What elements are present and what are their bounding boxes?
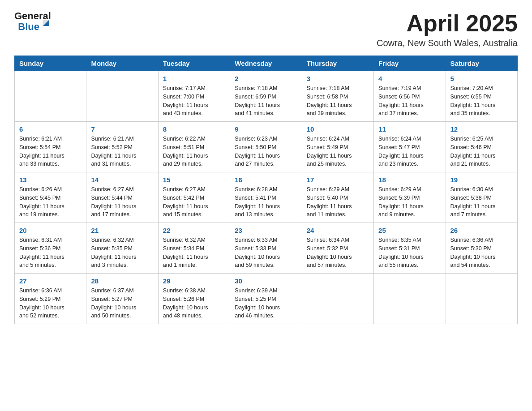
logo: General Blue: [14, 11, 51, 32]
calendar-cell: [86, 71, 158, 122]
day-detail: Sunrise: 7:18 AM Sunset: 6:58 PM Dayligh…: [307, 84, 369, 118]
day-number: 30: [235, 277, 297, 285]
day-number: 21: [91, 227, 153, 234]
week-row-5: 27Sunrise: 6:36 AM Sunset: 5:29 PM Dayli…: [15, 274, 518, 324]
calendar-cell: 15Sunrise: 6:27 AM Sunset: 5:42 PM Dayli…: [158, 172, 230, 223]
header-row: SundayMondayTuesdayWednesdayThursdayFrid…: [15, 56, 518, 71]
day-number: 13: [19, 176, 82, 184]
day-number: 28: [91, 277, 153, 285]
calendar-cell: 2Sunrise: 7:18 AM Sunset: 6:59 PM Daylig…: [230, 71, 302, 122]
page-subtitle: Cowra, New South Wales, Australia: [377, 38, 518, 48]
calendar-cell: 29Sunrise: 6:38 AM Sunset: 5:26 PM Dayli…: [158, 274, 230, 324]
header-cell-sunday: Sunday: [15, 56, 86, 71]
day-number: 14: [91, 176, 153, 184]
calendar-cell: 9Sunrise: 6:23 AM Sunset: 5:50 PM Daylig…: [230, 122, 302, 172]
day-number: 2: [235, 75, 297, 82]
header-cell-wednesday: Wednesday: [230, 56, 302, 71]
day-number: 25: [378, 227, 441, 234]
day-number: 20: [19, 227, 82, 234]
day-detail: Sunrise: 7:18 AM Sunset: 6:59 PM Dayligh…: [235, 84, 297, 118]
day-number: 1: [163, 75, 225, 82]
day-number: 23: [235, 227, 297, 234]
day-number: 17: [307, 176, 369, 184]
calendar-cell: 23Sunrise: 6:33 AM Sunset: 5:33 PM Dayli…: [230, 223, 302, 274]
day-number: 8: [163, 125, 225, 133]
calendar-cell: 10Sunrise: 6:24 AM Sunset: 5:49 PM Dayli…: [302, 122, 373, 172]
calendar-cell: 5Sunrise: 7:20 AM Sunset: 6:55 PM Daylig…: [446, 71, 517, 122]
day-detail: Sunrise: 6:35 AM Sunset: 5:31 PM Dayligh…: [378, 236, 441, 270]
day-number: 18: [378, 176, 441, 184]
day-detail: Sunrise: 6:31 AM Sunset: 5:36 PM Dayligh…: [19, 236, 82, 270]
page-title: April 2025: [377, 11, 518, 36]
calendar-cell: 16Sunrise: 6:28 AM Sunset: 5:41 PM Dayli…: [230, 172, 302, 223]
day-detail: Sunrise: 6:32 AM Sunset: 5:35 PM Dayligh…: [91, 236, 153, 270]
day-number: 10: [307, 125, 369, 133]
day-number: 9: [235, 125, 297, 133]
calendar-header: SundayMondayTuesdayWednesdayThursdayFrid…: [15, 56, 518, 71]
header-cell-tuesday: Tuesday: [158, 56, 230, 71]
day-detail: Sunrise: 6:32 AM Sunset: 5:34 PM Dayligh…: [163, 236, 225, 270]
day-number: 29: [163, 277, 225, 285]
calendar-cell: 22Sunrise: 6:32 AM Sunset: 5:34 PM Dayli…: [158, 223, 230, 274]
calendar-cell: 8Sunrise: 6:22 AM Sunset: 5:51 PM Daylig…: [158, 122, 230, 172]
day-detail: Sunrise: 7:17 AM Sunset: 7:00 PM Dayligh…: [163, 84, 225, 118]
header-cell-monday: Monday: [86, 56, 158, 71]
day-number: 12: [450, 125, 513, 133]
calendar-cell: 30Sunrise: 6:39 AM Sunset: 5:25 PM Dayli…: [230, 274, 302, 324]
day-number: 3: [307, 75, 369, 82]
day-number: 4: [378, 75, 441, 82]
day-detail: Sunrise: 6:38 AM Sunset: 5:26 PM Dayligh…: [163, 287, 225, 320]
header-cell-friday: Friday: [374, 56, 446, 71]
calendar-body: 1Sunrise: 7:17 AM Sunset: 7:00 PM Daylig…: [15, 71, 518, 324]
day-detail: Sunrise: 6:22 AM Sunset: 5:51 PM Dayligh…: [163, 135, 225, 168]
calendar-cell: 18Sunrise: 6:29 AM Sunset: 5:39 PM Dayli…: [374, 172, 446, 223]
calendar-cell: 13Sunrise: 6:26 AM Sunset: 5:45 PM Dayli…: [15, 172, 86, 223]
week-row-4: 20Sunrise: 6:31 AM Sunset: 5:36 PM Dayli…: [15, 223, 518, 274]
day-number: 6: [19, 125, 82, 133]
day-number: 19: [450, 176, 513, 184]
day-detail: Sunrise: 6:36 AM Sunset: 5:29 PM Dayligh…: [19, 287, 82, 320]
day-detail: Sunrise: 6:24 AM Sunset: 5:49 PM Dayligh…: [307, 135, 369, 168]
day-detail: Sunrise: 6:28 AM Sunset: 5:41 PM Dayligh…: [235, 185, 297, 219]
calendar-cell: [302, 274, 373, 324]
calendar-cell: 3Sunrise: 7:18 AM Sunset: 6:58 PM Daylig…: [302, 71, 373, 122]
day-detail: Sunrise: 6:29 AM Sunset: 5:40 PM Dayligh…: [307, 185, 369, 219]
day-detail: Sunrise: 6:37 AM Sunset: 5:27 PM Dayligh…: [91, 287, 153, 320]
day-detail: Sunrise: 6:34 AM Sunset: 5:32 PM Dayligh…: [307, 236, 369, 270]
calendar-cell: 27Sunrise: 6:36 AM Sunset: 5:29 PM Dayli…: [15, 274, 86, 324]
day-detail: Sunrise: 7:19 AM Sunset: 6:56 PM Dayligh…: [378, 84, 441, 118]
day-number: 26: [450, 227, 513, 234]
day-number: 7: [91, 125, 153, 133]
week-row-2: 6Sunrise: 6:21 AM Sunset: 5:54 PM Daylig…: [15, 122, 518, 172]
calendar-cell: 24Sunrise: 6:34 AM Sunset: 5:32 PM Dayli…: [302, 223, 373, 274]
day-detail: Sunrise: 6:23 AM Sunset: 5:50 PM Dayligh…: [235, 135, 297, 168]
day-detail: Sunrise: 6:21 AM Sunset: 5:52 PM Dayligh…: [91, 135, 153, 168]
week-row-3: 13Sunrise: 6:26 AM Sunset: 5:45 PM Dayli…: [15, 172, 518, 223]
calendar-cell: 1Sunrise: 7:17 AM Sunset: 7:00 PM Daylig…: [158, 71, 230, 122]
calendar-cell: [446, 274, 517, 324]
calendar-cell: 6Sunrise: 6:21 AM Sunset: 5:54 PM Daylig…: [15, 122, 86, 172]
day-detail: Sunrise: 6:21 AM Sunset: 5:54 PM Dayligh…: [19, 135, 82, 168]
week-row-1: 1Sunrise: 7:17 AM Sunset: 7:00 PM Daylig…: [15, 71, 518, 122]
day-number: 27: [19, 277, 82, 285]
calendar-cell: 26Sunrise: 6:36 AM Sunset: 5:30 PM Dayli…: [446, 223, 517, 274]
calendar-cell: [374, 274, 446, 324]
header-cell-thursday: Thursday: [302, 56, 373, 71]
day-number: 15: [163, 176, 225, 184]
calendar-cell: 17Sunrise: 6:29 AM Sunset: 5:40 PM Dayli…: [302, 172, 373, 223]
day-detail: Sunrise: 6:27 AM Sunset: 5:42 PM Dayligh…: [163, 185, 225, 219]
calendar-cell: 25Sunrise: 6:35 AM Sunset: 5:31 PM Dayli…: [374, 223, 446, 274]
day-detail: Sunrise: 7:20 AM Sunset: 6:55 PM Dayligh…: [450, 84, 513, 118]
day-number: 22: [163, 227, 225, 234]
day-detail: Sunrise: 6:25 AM Sunset: 5:46 PM Dayligh…: [450, 135, 513, 168]
day-detail: Sunrise: 6:24 AM Sunset: 5:47 PM Dayligh…: [378, 135, 441, 168]
calendar-cell: 28Sunrise: 6:37 AM Sunset: 5:27 PM Dayli…: [86, 274, 158, 324]
day-number: 5: [450, 75, 513, 82]
day-detail: Sunrise: 6:36 AM Sunset: 5:30 PM Dayligh…: [450, 236, 513, 270]
title-block: April 2025 Cowra, New South Wales, Austr…: [377, 11, 518, 48]
day-number: 16: [235, 176, 297, 184]
page-header: General Blue April 2025 Cowra, New South…: [14, 11, 518, 48]
day-detail: Sunrise: 6:33 AM Sunset: 5:33 PM Dayligh…: [235, 236, 297, 270]
day-detail: Sunrise: 6:30 AM Sunset: 5:38 PM Dayligh…: [450, 185, 513, 219]
calendar-cell: 14Sunrise: 6:27 AM Sunset: 5:44 PM Dayli…: [86, 172, 158, 223]
